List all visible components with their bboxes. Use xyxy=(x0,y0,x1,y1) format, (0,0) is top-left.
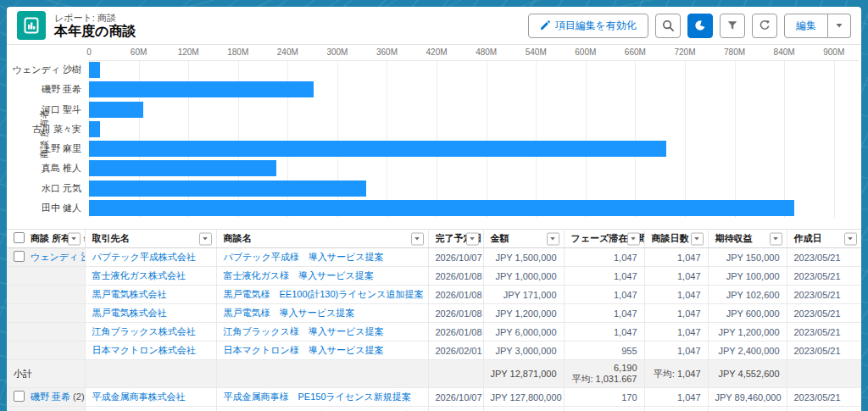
table-row: 江角ブラックス株式会社江角ブラックス様 導入サービス提案2026/01/08JP… xyxy=(7,323,861,342)
value-cell: 2026/01/08 xyxy=(428,286,483,304)
chart-bar[interactable] xyxy=(89,160,276,176)
value-cell: JPY 127,800,000 xyxy=(483,388,564,407)
column-menu-button[interactable] xyxy=(770,232,782,245)
column-menu-button[interactable] xyxy=(844,232,857,245)
owner-link[interactable]: ウェンディ 沙樹 xyxy=(31,252,85,262)
column-header-商談名[interactable]: 商談名 xyxy=(216,230,428,248)
column-header-商談日数[interactable]: 商談日数 xyxy=(644,230,708,248)
enable-inline-edit-button[interactable]: 項目編集を有効化 xyxy=(528,14,648,38)
chart-bar[interactable] xyxy=(89,81,314,97)
value-cell: 2023/05/21 xyxy=(787,304,861,323)
account-cell: 富士液化ガス株式会社 xyxy=(85,267,216,286)
search-icon xyxy=(662,19,675,32)
column-header-フェーズ滞在期間[interactable]: フェーズ滞在期間 xyxy=(564,230,644,248)
account-link[interactable]: 黒戸電気株式会社 xyxy=(92,308,167,318)
table-row: ウェンディ 沙樹 (6)パブテック平成株式会社パブテック平成様 導入サービス提案… xyxy=(7,248,861,267)
chart-bar[interactable] xyxy=(89,181,366,197)
chart-category-label: 田中 健人 xyxy=(7,202,89,214)
column-menu-button[interactable] xyxy=(411,232,424,245)
column-menu-button[interactable] xyxy=(68,232,81,245)
value-cell: 1,047 xyxy=(644,304,708,323)
report-header: レポート: 商談 本年度の商談 項目編集を有効化 xyxy=(7,7,861,45)
value-cell: JPY 89,460,000 xyxy=(708,388,787,407)
search-button[interactable] xyxy=(655,14,681,38)
chevron-down-icon xyxy=(847,236,854,242)
value-cell: 1,047 xyxy=(564,323,644,342)
table-row: 富士液化ガス株式会社富士液化ガス様 導入サービス提案2026/01/08JPY … xyxy=(7,267,861,286)
opportunity-link[interactable]: 富士液化ガス様 導入サービス提案 xyxy=(224,270,374,280)
chart-bar[interactable] xyxy=(89,62,100,78)
chart-bar[interactable] xyxy=(89,102,143,118)
column-header-期待収益[interactable]: 期待収益 xyxy=(708,230,787,248)
opportunity-link[interactable]: 黒戸電気様 EE100(計130)ライセンス追加提案 xyxy=(224,289,424,299)
chart-bar[interactable] xyxy=(89,141,666,157)
edit-button[interactable]: 編集 xyxy=(784,14,828,38)
value-cell: 2026/01/08 xyxy=(428,267,483,286)
column-header-金額[interactable]: 金額 xyxy=(483,230,564,248)
chart-bar[interactable] xyxy=(89,200,794,216)
header-actions: 項目編集を有効化 xyxy=(528,14,851,38)
account-cell: 黒戸電気株式会社 xyxy=(85,304,216,323)
chart-bar-track xyxy=(89,181,859,197)
column-menu-button[interactable] xyxy=(627,232,640,245)
value-cell: JPY 1,200,000 xyxy=(483,304,564,323)
owner-link[interactable]: 磯野 亜希 xyxy=(31,392,70,402)
report-icon xyxy=(17,11,46,40)
value-cell: 1,047 xyxy=(644,407,708,411)
account-link[interactable]: 日本マクトロン株式会社 xyxy=(92,345,196,355)
column-menu-button[interactable] xyxy=(691,232,704,245)
opportunity-cell: パブテック平成様 導入サービス提案 xyxy=(216,248,428,267)
x-tick-label: 60M xyxy=(131,47,147,57)
x-tick-label: 720M xyxy=(674,47,695,57)
chevron-down-icon xyxy=(549,236,556,242)
account-link[interactable]: 黒戸電気株式会社 xyxy=(92,289,167,299)
column-header-label: 商談名 xyxy=(224,233,252,243)
table-body: ウェンディ 沙樹 (6)パブテック平成株式会社パブテック平成様 導入サービス提案… xyxy=(7,248,861,411)
column-header-商談 所有者[interactable]: 商談 所有者↑ xyxy=(7,230,85,248)
column-menu-button[interactable] xyxy=(547,232,559,245)
opportunity-link[interactable]: 日本マクトロン様 導入サービス提案 xyxy=(224,345,384,355)
column-header-作成日[interactable]: 作成日 xyxy=(787,230,861,248)
chevron-down-icon xyxy=(70,236,77,242)
value-cell: 1,047 xyxy=(564,248,644,267)
x-tick-label: 0 xyxy=(86,47,92,57)
chart-row: 水口 元気 xyxy=(7,179,859,198)
opportunity-cell: 黒戸電気様 導入サービス提案 xyxy=(216,304,428,323)
chevron-down-icon xyxy=(469,236,476,242)
column-header-完了予定日[interactable]: 完了予定日 xyxy=(428,230,483,248)
opportunity-link[interactable]: パブテック平成様 導入サービス提案 xyxy=(224,252,384,262)
value-cell: 1,047 xyxy=(564,304,644,323)
account-cell: パブテック平成株式会社 xyxy=(85,248,216,267)
account-link[interactable]: 平成金属商事株式会社 xyxy=(92,392,186,402)
column-menu-button[interactable] xyxy=(466,232,479,245)
column-header-label: 商談日数 xyxy=(652,233,689,243)
edit-dropdown-button[interactable] xyxy=(828,14,851,38)
account-cell: 滋賀パイプ株式会社 xyxy=(85,407,216,411)
account-link[interactable]: パブテック平成株式会社 xyxy=(92,252,196,262)
chart-bar-track xyxy=(89,200,859,216)
owner-group-cell xyxy=(7,407,85,411)
value-cell: 2023/05/21 xyxy=(787,407,861,411)
column-menu-button[interactable] xyxy=(199,232,212,245)
opportunity-cell: 富士液化ガス様 導入サービス提案 xyxy=(216,267,428,286)
account-link[interactable]: 富士液化ガス株式会社 xyxy=(92,270,186,280)
subtotal-label: 小計 xyxy=(14,369,32,379)
filter-button[interactable] xyxy=(720,14,745,38)
account-link[interactable]: 江角ブラックス株式会社 xyxy=(92,326,196,336)
opportunity-cell: 黒戸電気様 EE100(計130)ライセンス追加提案 xyxy=(216,286,428,304)
select-all-checkbox[interactable] xyxy=(14,232,25,243)
chart-toggle-button[interactable] xyxy=(687,14,713,38)
column-header-取引先名[interactable]: 取引先名 xyxy=(85,230,216,248)
value-cell: 1,047 xyxy=(644,388,708,407)
value-cell: JPY 1,500,000 xyxy=(483,248,564,267)
opportunity-link[interactable]: 平成金属商事様 PE150ライセンス新規提案 xyxy=(224,392,411,402)
opportunity-link[interactable]: 江角ブラックス様 導入サービス提案 xyxy=(224,326,384,336)
row-group-checkbox[interactable] xyxy=(14,251,25,262)
chart-bar-track xyxy=(89,141,859,157)
row-group-checkbox[interactable] xyxy=(14,391,25,402)
chart-bar[interactable] xyxy=(89,121,100,137)
x-tick-label: 600M xyxy=(575,47,596,57)
refresh-button[interactable] xyxy=(752,14,777,38)
opportunity-cell: 滋賀パイプ様 EE40(計60)ライセンス追加提案 xyxy=(216,407,428,411)
opportunity-link[interactable]: 黒戸電気様 導入サービス提案 xyxy=(224,308,355,318)
